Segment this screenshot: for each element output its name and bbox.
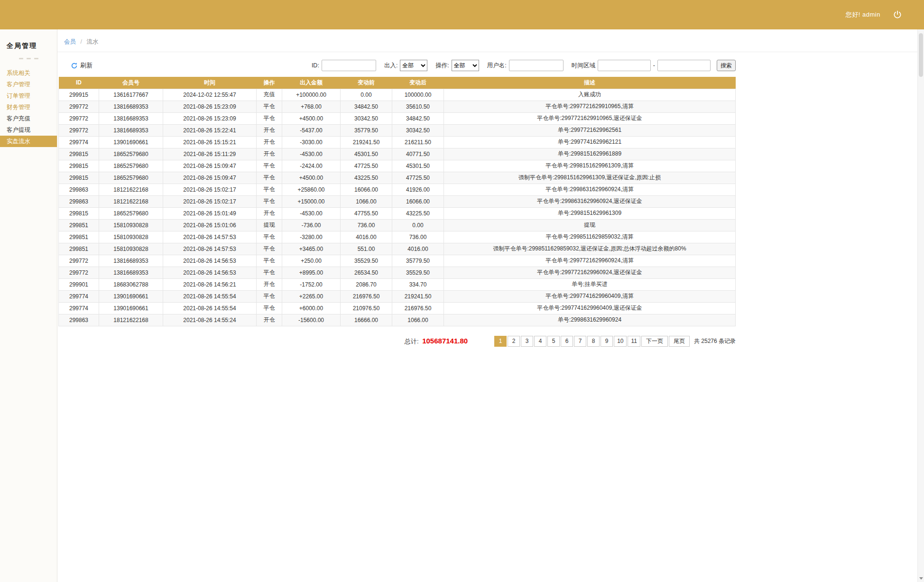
scrollbar-thumb[interactable] [919,33,923,77]
menu-dots-decoration [0,53,57,64]
table-cell: 299863 [59,314,99,326]
table-cell: -1752.00 [282,278,341,290]
table-cell: 18652579680 [99,172,163,184]
table-cell: 平仓 [257,195,282,207]
time-end-input[interactable] [657,60,711,71]
username-filter-input[interactable] [509,60,564,71]
table-cell: 18683062788 [99,278,163,290]
table-cell: 2021-08-26 14:56:53 [163,255,257,267]
sidebar: 全局管理 系统相关客户管理订单管理财务管理客户充值客户提现实盘流水 [0,29,57,582]
refresh-button[interactable]: 刷新 [71,61,92,70]
logout-power-icon[interactable] [893,10,902,19]
column-header: 变动前 [341,77,392,89]
table-cell: 18652579680 [99,207,163,219]
table-row: 299863181216221682021-08-26 14:55:24开仓-1… [59,314,736,326]
page-button-11[interactable]: 11 [628,336,640,347]
table-cell: 13816689353 [99,255,163,267]
table-cell: 平仓单号:2998511629859032,清算 [444,231,736,243]
next-page-button[interactable]: 下一页 [641,336,668,347]
table-cell: 2021-08-26 14:55:24 [163,314,257,326]
page-button-7[interactable]: 7 [574,336,586,347]
table-cell: 45301.50 [392,160,444,172]
id-filter-label: ID: [312,62,319,69]
filter-bar: ID: 出入: 全部 操作: 全部 用户名: 时间区域 - [312,60,736,71]
page-button-6[interactable]: 6 [561,336,573,347]
table-cell: 13816689353 [99,124,163,136]
table-cell: 299774 [59,290,99,302]
page-button-9[interactable]: 9 [601,336,613,347]
breadcrumb: 会员 / 流水 [57,35,924,52]
table-cell: 40771.50 [392,148,444,160]
table-cell: -3280.00 [282,231,341,243]
table-row: 299851158109308282021-08-26 14:57:53平仓-3… [59,231,736,243]
page-button-5[interactable]: 5 [547,336,560,347]
page-button-8[interactable]: 8 [587,336,600,347]
greeting-text: 您好! admin [846,10,880,19]
column-header: 变动后 [392,77,444,89]
search-button[interactable]: 搜索 [717,60,736,71]
breadcrumb-link-member[interactable]: 会员 [64,38,76,45]
table-cell: 1066.00 [392,314,444,326]
table-cell: 18652579680 [99,160,163,172]
table-cell: 单号:2998151629961889 [444,148,736,160]
table-cell: 100000.00 [392,89,444,101]
page-button-4[interactable]: 4 [534,336,546,347]
inout-filter-label: 出入: [384,62,397,70]
table-row: 299815186525796802021-08-26 15:09:47平仓+4… [59,172,736,184]
sidebar-item-客户提现[interactable]: 客户提现 [0,124,57,136]
page-button-10[interactable]: 10 [614,336,627,347]
table-cell: +25860.00 [282,184,341,195]
table-cell: 平仓 [257,255,282,267]
table-cell: 35610.50 [392,101,444,112]
sidebar-item-系统相关[interactable]: 系统相关 [0,67,57,79]
table-cell: 43225.50 [392,207,444,219]
table-cell: 平仓 [257,101,282,112]
table-cell: 299863 [59,184,99,195]
table-cell: +250.00 [282,255,341,267]
table-row: 299851158109308282021-08-26 14:57:53平仓+3… [59,243,736,255]
table-row: 299774139016906612021-08-26 14:55:54平仓+2… [59,290,736,302]
total-label: 总计: [405,338,419,345]
table-cell: 2021-08-26 14:56:21 [163,278,257,290]
table-cell: 充值 [257,89,282,101]
inout-filter-select[interactable]: 全部 [400,60,427,71]
table-cell: 299815 [59,160,99,172]
table-row: 299772138166893532021-08-26 15:22:41开仓-5… [59,124,736,136]
table-cell: 0.00 [392,219,444,231]
table-cell: 16666.00 [341,314,392,326]
table-cell: 47755.50 [341,207,392,219]
table-cell: +4500.00 [282,172,341,184]
id-filter-input[interactable] [322,60,376,71]
scrollbar-down-arrow-icon[interactable] [918,575,924,582]
sidebar-item-客户充值[interactable]: 客户充值 [0,113,57,124]
sidebar-item-客户管理[interactable]: 客户管理 [0,79,57,90]
table-cell: 18652579680 [99,148,163,160]
time-start-input[interactable] [598,60,651,71]
table-cell: 18121622168 [99,314,163,326]
vertical-scrollbar[interactable] [917,29,924,582]
page-button-1[interactable]: 1 [494,336,507,347]
table-cell: +2265.00 [282,290,341,302]
last-page-button[interactable]: 尾页 [669,336,690,347]
table-cell: 41926.00 [392,184,444,195]
table-cell: 736.00 [392,231,444,243]
sidebar-item-实盘流水[interactable]: 实盘流水 [0,136,57,147]
sidebar-nav: 系统相关客户管理订单管理财务管理客户充值客户提现实盘流水 [0,67,57,147]
table-row: 299772138166893532021-08-26 14:56:53平仓+2… [59,255,736,267]
table-row: 299815186525796802021-08-26 15:01:49开仓-4… [59,207,736,219]
table-cell: 551.00 [341,243,392,255]
table-cell: 299772 [59,267,99,278]
table-cell: 35779.50 [392,255,444,267]
column-header: 操作 [257,77,282,89]
page-button-2[interactable]: 2 [508,336,520,347]
table-cell: 299772 [59,112,99,124]
operation-filter-select[interactable]: 全部 [452,60,479,71]
table-cell: 13816689353 [99,101,163,112]
sidebar-item-财务管理[interactable]: 财务管理 [0,102,57,113]
sidebar-item-订单管理[interactable]: 订单管理 [0,90,57,102]
table-body: 299915136161776672024-12-02 12:55:47充值+1… [59,89,736,326]
table-cell: 入账成功 [444,89,736,101]
page-button-3[interactable]: 3 [521,336,533,347]
table-cell: -4530.00 [282,207,341,219]
table-cell: 219241.50 [392,290,444,302]
